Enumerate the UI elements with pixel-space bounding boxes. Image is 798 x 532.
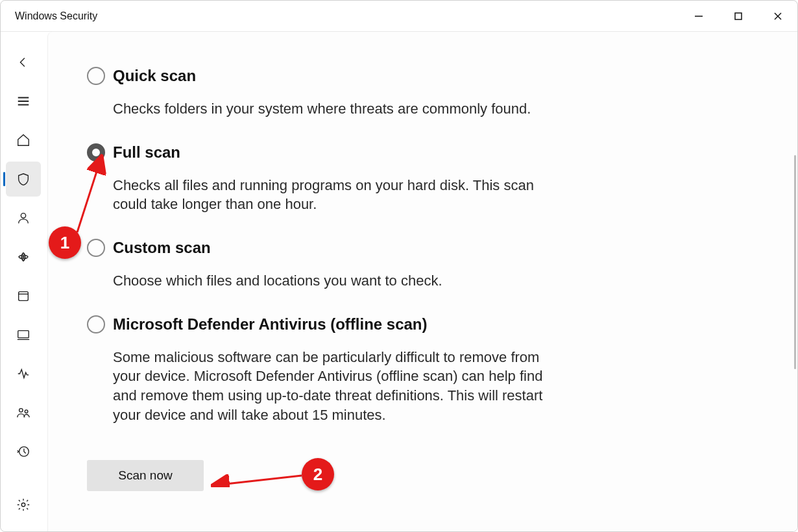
minimize-button[interactable] [679,1,718,32]
option-custom-scan[interactable]: Custom scan Choose which files and locat… [87,239,567,291]
sidebar-item-app-browser-control[interactable] [6,278,41,313]
annotation-marker-1: 1 [49,226,81,259]
sidebar-item-family-options[interactable] [6,395,41,430]
svg-point-13 [19,409,23,413]
radio-custom-scan[interactable] [87,239,105,257]
sidebar-item-account-protection[interactable] [6,200,41,236]
svg-point-16 [21,503,25,507]
option-description: Checks all files and running programs on… [113,176,567,214]
option-description: Choose which files and locations you wan… [113,271,567,291]
app-title: Windows Security [15,10,97,22]
option-label: Quick scan [113,67,567,85]
content-area: Quick scan Checks folders in your system… [47,32,797,531]
sidebar-item-virus-protection[interactable] [6,162,41,197]
option-offline-scan[interactable]: Microsoft Defender Antivirus (offline sc… [87,315,567,425]
option-label: Full scan [113,143,567,162]
sidebar-item-protection-history[interactable] [6,434,41,469]
svg-point-8 [22,256,25,258]
svg-point-14 [25,410,28,413]
maximize-button[interactable] [718,1,758,32]
option-description: Some malicious software can be particula… [113,348,567,425]
sidebar-item-settings[interactable] [6,487,41,522]
window-controls [679,1,797,32]
option-full-scan[interactable]: Full scan Checks all files and running p… [87,143,567,214]
option-quick-scan[interactable]: Quick scan Checks folders in your system… [87,67,567,119]
radio-full-scan[interactable] [87,143,105,162]
title-bar: Windows Security [1,1,797,32]
svg-rect-9 [19,292,29,301]
sidebar-item-home[interactable] [6,123,41,158]
option-label: Microsoft Defender Antivirus (offline sc… [113,315,567,333]
svg-rect-11 [18,331,29,338]
svg-rect-1 [735,13,742,19]
scan-now-button[interactable]: Scan now [87,460,204,491]
sidebar-item-device-security[interactable] [6,317,41,352]
sidebar-item-firewall[interactable] [6,239,41,274]
radio-quick-scan[interactable] [87,67,105,85]
back-button[interactable] [6,45,41,80]
sidebar-item-device-performance[interactable] [6,356,41,391]
annotation-marker-2: 2 [302,458,334,490]
radio-offline-scan[interactable] [87,315,105,333]
close-button[interactable] [758,1,797,32]
option-description: Checks folders in your system where thre… [113,99,567,119]
scrollbar-thumb[interactable] [794,155,796,369]
svg-point-7 [21,213,25,218]
option-label: Custom scan [113,239,567,257]
sidebar [1,32,47,531]
menu-button[interactable] [6,84,41,119]
